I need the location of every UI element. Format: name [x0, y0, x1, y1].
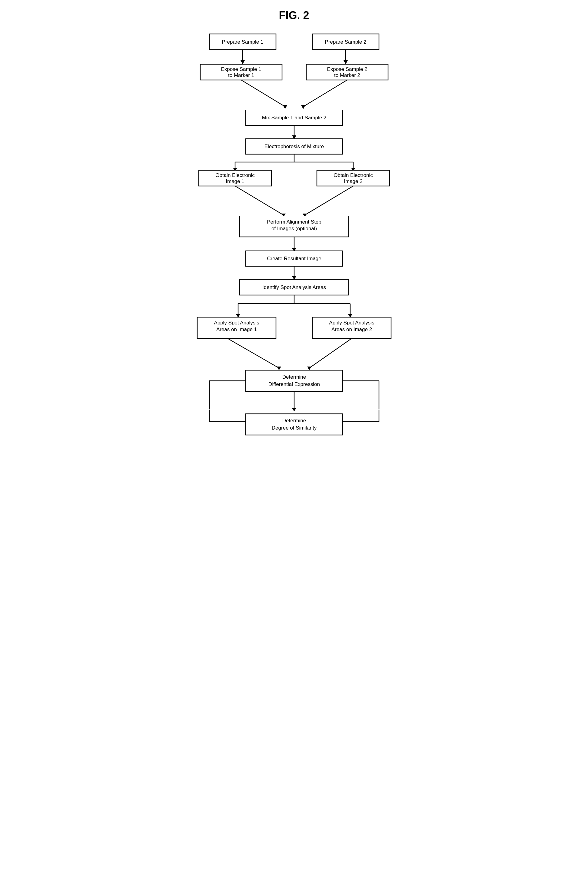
prepare2-label: Prepare Sample 2	[325, 39, 366, 45]
alignment-label: Perform Alignment Step	[267, 219, 321, 225]
image2-label: Obtain Electronic	[333, 172, 373, 178]
prepare1-label: Prepare Sample 1	[222, 39, 263, 45]
flowchart: Prepare Sample 1 Prepare Sample 2 Expose…	[191, 31, 397, 446]
row1-svg: Prepare Sample 1 Prepare Sample 2	[191, 31, 397, 67]
expose1-label: Expose Sample 1	[221, 66, 261, 72]
row6-svg: Perform Alignment Step of Images (option…	[191, 216, 397, 252]
svg-marker-13	[301, 105, 305, 109]
svg-marker-53	[277, 367, 281, 370]
svg-marker-3	[240, 60, 245, 64]
svg-text:Differential Expression: Differential Expression	[268, 381, 320, 387]
svg-text:Image 2: Image 2	[344, 178, 362, 184]
row8-svg: Identify Spot Analysis Areas	[191, 279, 397, 319]
svg-marker-5	[344, 60, 348, 64]
svg-line-31	[305, 186, 353, 215]
svg-rect-56	[246, 370, 343, 391]
svg-marker-55	[307, 367, 311, 370]
identify-label: Identify Spot Analysis Areas	[262, 285, 326, 290]
svg-text:Areas on Image 1: Areas on Image 1	[216, 327, 256, 332]
figure-title: FIG. 2	[191, 9, 397, 22]
svg-text:to Marker 2: to Marker 2	[334, 72, 360, 78]
mix-label: Mix Sample 1 and Sample 2	[262, 115, 326, 121]
svg-text:of Images (optional): of Images (optional)	[271, 226, 316, 231]
svg-line-52	[228, 338, 279, 368]
row5-svg: Obtain Electronic Image 1 Obtain Electro…	[191, 170, 397, 219]
image1-label: Obtain Electronic	[215, 172, 255, 178]
row4-svg: Electrophoresis of Mixture	[191, 138, 397, 172]
electrophoresis-label: Electrophoresis of Mixture	[264, 144, 324, 149]
resultant-label: Create Resultant Image	[267, 256, 321, 261]
row7-svg: Create Resultant Image	[191, 250, 397, 281]
row9-svg: Apply Spot Analysis Areas on Image 1 App…	[191, 317, 397, 375]
svg-marker-11	[283, 105, 287, 109]
svg-line-10	[241, 80, 285, 106]
svg-line-29	[235, 186, 284, 215]
row10-svg: Determine Differential Expression	[191, 370, 397, 412]
differential-label: Determine	[282, 374, 306, 380]
row11-svg: Determine Degree of Similarity	[191, 409, 397, 446]
apply-image1-label: Apply Spot Analysis	[214, 320, 259, 326]
similarity-label: Determine	[282, 418, 306, 423]
svg-line-54	[309, 338, 352, 368]
svg-line-12	[303, 80, 347, 106]
svg-rect-70	[246, 414, 343, 435]
svg-text:to Marker 1: to Marker 1	[228, 72, 254, 78]
expose2-label: Expose Sample 2	[327, 66, 367, 72]
apply-image2-label: Apply Spot Analysis	[329, 320, 374, 326]
row3-svg: Mix Sample 1 and Sample 2	[191, 109, 397, 140]
svg-text:Degree of Similarity: Degree of Similarity	[272, 425, 316, 431]
page: FIG. 2 Prepare Sample 1 Prepare Sample 2…	[191, 6, 397, 446]
row2-svg: Expose Sample 1 to Marker 1 Expose Sampl…	[191, 64, 397, 113]
svg-text:Areas on Image 2: Areas on Image 2	[331, 327, 372, 332]
svg-text:Image 1: Image 1	[226, 178, 244, 184]
